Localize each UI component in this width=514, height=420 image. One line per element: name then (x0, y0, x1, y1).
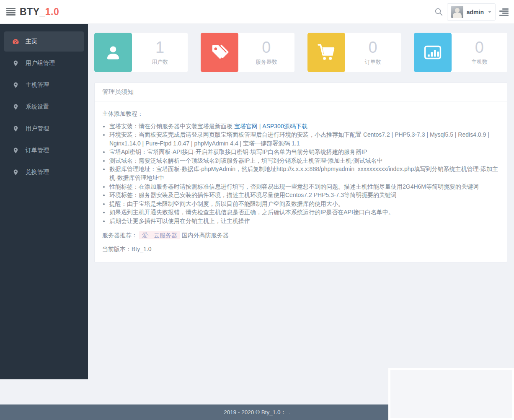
stat-label: 主机数 (471, 58, 488, 66)
main-content: 1用户数0服务器数0订单数0主机数 管理员须知 主体添加教程： 宝塔安装：请在分… (88, 24, 514, 262)
notice-bullet: 提醒：由于宝塔是未限制空间大小制度，所以目前不能限制用户空间及数据库的使用大小。 (109, 200, 499, 208)
user-dropdown[interactable]: admin (447, 3, 496, 21)
sidebar-item-user-manage[interactable]: 用户管理 (4, 119, 84, 139)
notice-bullet: 后期会让更多插件可以使用在分销主机上，让主机操作 (109, 217, 499, 226)
version-line: 当前版本：Bty_1.0 (102, 245, 499, 254)
sidebar: 主页用户组管理主机管理系统设置用户管理订单管理兑换管理 (0, 24, 88, 379)
sidebar-item-label: 兑换管理 (26, 169, 49, 176)
brand-version: 1.0 (45, 6, 59, 17)
footer-dot-link[interactable]: . (289, 409, 290, 415)
server-recommend-line: 服务器推荐： 爱一云服务器 国内外高防服务器 (102, 231, 499, 240)
sidebar-item-label: 用户管理 (26, 125, 49, 132)
notice-list: 宝塔安装：请在分销服务器中安装宝塔最新面板 宝塔官网 | ASP300源码下载环… (103, 122, 499, 226)
admin-notice-panel: 管理员须知 主体添加教程： 宝塔安装：请在分销服务器中安装宝塔最新面板 宝塔官网… (94, 83, 507, 262)
notice-bullet: 宝塔Api密钥：宝塔面板-API接口-开启并获取接口密钥-填写IP白名单为当前分… (109, 148, 499, 156)
panel-body: 主体添加教程： 宝塔安装：请在分销服务器中安装宝塔最新面板 宝塔官网 | ASP… (95, 101, 507, 262)
tags-icon (201, 33, 238, 72)
sidebar-item-label: 用户组管理 (26, 60, 55, 67)
map-pin-icon (12, 125, 19, 132)
notice-bullet: 性能标签：在添加服务器时请按照标准信息进行填写，否则容易出现一些意想不到的问题。… (109, 182, 499, 191)
recommend-rest: 国内外高防服务器 (182, 232, 229, 239)
notice-link[interactable]: 宝塔官网 (234, 123, 258, 130)
map-pin-icon (12, 60, 19, 67)
top-navbar: BTY_1.0 admin (0, 0, 514, 24)
stat-label: 服务器数 (256, 58, 277, 66)
stat-card-hosts: 0主机数 (414, 33, 507, 72)
stat-body: 0主机数 (452, 33, 507, 72)
notice-bullet: 环境安装：当面板安装完成后请登录网页版宝塔面板管理后台进行环境的安装，小杰推荐如… (109, 130, 499, 148)
sidebar-item-label: 主机管理 (26, 81, 49, 89)
stat-value: 0 (369, 39, 377, 55)
recommend-link[interactable]: 爱一云服务器 (139, 231, 180, 239)
notice-bullet: 环境标签：服务器安装及已安装的插件环境，描述主机环境尽量使用Centos7.2 … (109, 191, 499, 200)
sidebar-item-label: 主页 (26, 38, 37, 45)
notice-bullet: 测试域名：需要泛域名解析一个顶级域名到该服务器IP上，填写到分销系统主机管理-添… (109, 156, 499, 165)
menu-toggle-icon[interactable] (6, 8, 15, 16)
stat-body: 0订单数 (345, 33, 401, 72)
sidebar-item-label: 系统设置 (26, 103, 49, 111)
sidebar-item-home[interactable]: 主页 (4, 31, 84, 52)
stat-card-users: 1用户数 (94, 33, 188, 72)
stat-body: 0服务器数 (238, 33, 294, 72)
user-icon (94, 33, 132, 72)
right-sidebar-toggle-icon[interactable] (499, 8, 509, 17)
notice-bullet: 数据库管理地址：宝塔面板-数据库-phpMyAdmin，然后复制地址http:/… (109, 165, 499, 182)
cart-icon (307, 33, 345, 72)
brand-logo[interactable]: BTY_1.0 (20, 6, 59, 18)
bar-chart-icon (414, 33, 452, 72)
stat-value: 1 (155, 39, 164, 55)
sidebar-item-user-groups[interactable]: 用户组管理 (4, 53, 84, 73)
stat-value: 0 (475, 39, 484, 55)
stat-value: 0 (262, 39, 271, 55)
stat-label: 订单数 (365, 58, 381, 66)
stat-card-servers: 0服务器数 (201, 33, 294, 72)
notice-bullet: 如果遇到主机开通失败报错，请先检查主机信息是否正确，之后确认本系统运行的IP是否… (109, 208, 499, 217)
stats-row: 1用户数0服务器数0订单数0主机数 (88, 24, 514, 72)
sidebar-menu: 主页用户组管理主机管理系统设置用户管理订单管理兑换管理 (0, 31, 88, 182)
notice-link[interactable]: ASP300源码下载 (262, 123, 307, 130)
user-name: admin (467, 9, 484, 16)
stat-label: 用户数 (152, 58, 168, 66)
panel-title: 管理员须知 (95, 83, 507, 101)
notice-intro: 主体添加教程： (102, 109, 499, 118)
map-pin-icon (12, 82, 19, 88)
search-icon[interactable] (434, 7, 444, 17)
map-pin-icon (12, 104, 19, 110)
sidebar-item-order-manage[interactable]: 订单管理 (4, 140, 84, 161)
dashboard-icon (12, 38, 19, 45)
sidebar-item-redeem-manage[interactable]: 兑换管理 (4, 162, 84, 182)
map-pin-icon (12, 147, 19, 154)
stat-body: 1用户数 (132, 33, 188, 72)
footer-copyright: 2019 - 2020 © Bty_1.0： (224, 409, 286, 416)
notice-bullet: 宝塔安装：请在分销服务器中安装宝塔最新面板 宝塔官网 | ASP300源码下载 (109, 122, 499, 131)
sidebar-item-host-manage[interactable]: 主机管理 (4, 75, 84, 95)
sidebar-item-system-settings[interactable]: 系统设置 (4, 97, 84, 117)
map-pin-icon (12, 169, 19, 176)
avatar (451, 6, 463, 18)
recommend-label: 服务器推荐： (102, 232, 137, 239)
bottom-right-overlay-panel (388, 368, 514, 420)
sidebar-item-label: 订单管理 (26, 147, 49, 154)
stat-card-orders: 0订单数 (307, 33, 401, 72)
chevron-down-icon (488, 11, 491, 13)
brand-prefix: BTY_ (20, 6, 45, 17)
